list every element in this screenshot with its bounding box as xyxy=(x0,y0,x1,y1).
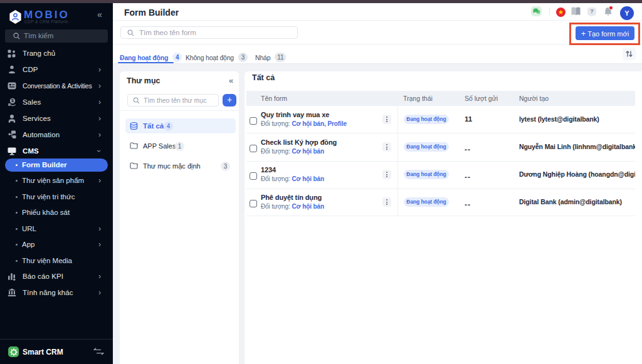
svg-text:$: $ xyxy=(11,98,14,103)
